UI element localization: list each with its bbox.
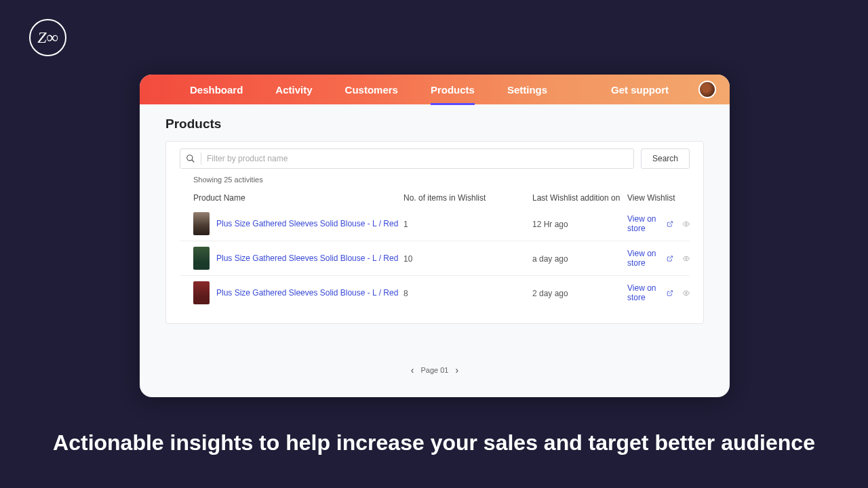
avatar[interactable] bbox=[698, 81, 716, 98]
table-row: Plus Size Gathered Sleeves Solid Blouse … bbox=[180, 276, 690, 310]
dashboard-card: Deshboard Activity Customers Products Se… bbox=[140, 75, 730, 397]
product-thumbnail bbox=[193, 212, 210, 235]
view-on-store-text: View on store bbox=[627, 283, 664, 302]
page-title: Products bbox=[165, 117, 704, 131]
last-added: 12 Hr ago bbox=[532, 220, 568, 229]
search-icon bbox=[186, 154, 195, 163]
nav-products[interactable]: Products bbox=[414, 75, 491, 104]
svg-point-7 bbox=[686, 292, 687, 293]
wishlist-count: 10 bbox=[403, 254, 412, 264]
view-on-store-link[interactable]: View on store bbox=[627, 249, 673, 268]
nav-label: Customers bbox=[345, 84, 398, 96]
svg-line-2 bbox=[669, 221, 672, 224]
chevron-right-icon[interactable]: › bbox=[455, 365, 458, 375]
chevron-left-icon[interactable]: ‹ bbox=[411, 365, 414, 375]
marketing-tagline: Actionable insights to help increase you… bbox=[0, 430, 868, 455]
view-on-store-link[interactable]: View on store bbox=[627, 283, 673, 302]
svg-line-6 bbox=[669, 290, 672, 293]
product-link[interactable]: Plus Size Gathered Sleeves Solid Blouse … bbox=[216, 288, 398, 298]
nav-label: Deshboard bbox=[190, 84, 243, 96]
divider bbox=[201, 152, 201, 165]
nav-label: Settings bbox=[507, 84, 547, 96]
svg-point-5 bbox=[686, 258, 687, 259]
products-table: Product Name No. of items in Wishlist La… bbox=[180, 189, 690, 310]
last-added: a day ago bbox=[532, 254, 568, 264]
nav-label: Get support bbox=[611, 84, 669, 96]
view-on-store-text: View on store bbox=[627, 249, 664, 268]
products-panel: Search Showing 25 activities Product Nam… bbox=[165, 141, 704, 324]
svg-point-3 bbox=[686, 223, 687, 224]
eye-icon[interactable] bbox=[683, 220, 690, 228]
col-header-count: No. of items in Wishlist bbox=[403, 193, 532, 203]
eye-icon[interactable] bbox=[683, 289, 690, 298]
search-row: Search bbox=[180, 148, 690, 169]
table-row: Plus Size Gathered Sleeves Solid Blouse … bbox=[180, 241, 690, 276]
brand-logo: Z∞ bbox=[29, 19, 66, 56]
last-added: 2 day ago bbox=[532, 289, 568, 298]
table-row: Plus Size Gathered Sleeves Solid Blouse … bbox=[180, 207, 690, 241]
search-input[interactable] bbox=[207, 154, 628, 163]
product-thumbnail bbox=[193, 247, 210, 270]
col-header-last: Last Wishlist addition on bbox=[532, 193, 627, 203]
col-header-view: View Wishlist bbox=[627, 193, 690, 203]
wishlist-count: 1 bbox=[403, 220, 408, 229]
wishlist-count: 8 bbox=[403, 289, 408, 298]
table-header: Product Name No. of items in Wishlist La… bbox=[180, 189, 690, 207]
svg-line-1 bbox=[192, 160, 195, 163]
eye-icon[interactable] bbox=[683, 254, 690, 263]
external-link-icon bbox=[667, 254, 673, 263]
svg-point-0 bbox=[187, 155, 193, 161]
product-link[interactable]: Plus Size Gathered Sleeves Solid Blouse … bbox=[216, 219, 398, 228]
external-link-icon bbox=[667, 220, 673, 228]
search-box bbox=[180, 148, 634, 169]
external-link-icon bbox=[667, 289, 673, 298]
nav-activity[interactable]: Activity bbox=[259, 75, 328, 104]
page-indicator: Page 01 bbox=[421, 366, 449, 374]
top-nav: Deshboard Activity Customers Products Se… bbox=[140, 75, 730, 104]
col-header-product: Product Name bbox=[193, 193, 403, 203]
nav-settings[interactable]: Settings bbox=[491, 75, 564, 104]
nav-label: Activity bbox=[275, 84, 312, 96]
product-link[interactable]: Plus Size Gathered Sleeves Solid Blouse … bbox=[216, 253, 398, 263]
showing-count: Showing 25 activities bbox=[193, 176, 690, 184]
product-thumbnail bbox=[193, 281, 210, 304]
view-on-store-text: View on store bbox=[627, 214, 664, 233]
nav-get-support[interactable]: Get support bbox=[595, 75, 685, 104]
page-content: Products Search Showing 25 activities Pr… bbox=[140, 104, 730, 324]
nav-customers[interactable]: Customers bbox=[329, 75, 414, 104]
pagination: ‹ Page 01 › bbox=[140, 365, 730, 375]
nav-dashboard[interactable]: Deshboard bbox=[174, 75, 259, 104]
brand-logo-text: Z∞ bbox=[37, 28, 58, 47]
search-button[interactable]: Search bbox=[641, 148, 690, 169]
view-on-store-link[interactable]: View on store bbox=[627, 214, 673, 233]
nav-label: Products bbox=[431, 84, 475, 96]
svg-line-4 bbox=[669, 256, 672, 258]
